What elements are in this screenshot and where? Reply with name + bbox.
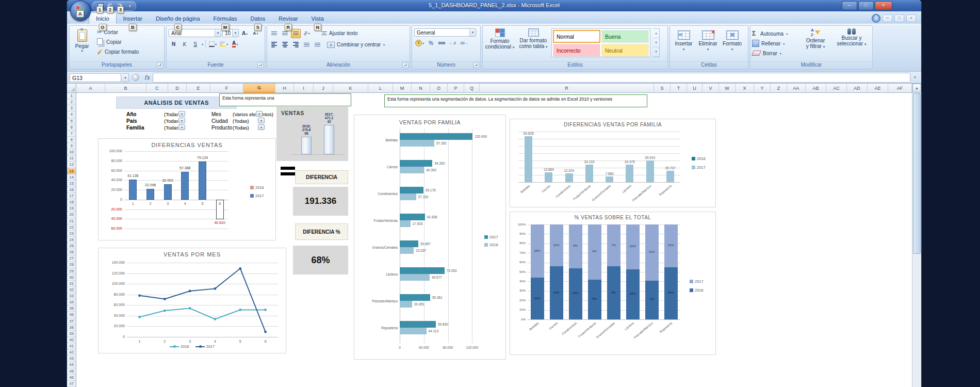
expand-formula-bar-icon[interactable]: ▾ (911, 75, 919, 79)
scroll-up-icon[interactable]: ▲ (912, 84, 921, 92)
row-header-27[interactable]: 27 (67, 255, 76, 262)
row-header-17[interactable]: 17 (67, 193, 76, 199)
row-header-12[interactable]: 12 (67, 162, 76, 168)
cell-style-neutral[interactable]: Neutral (601, 44, 649, 57)
redo-button[interactable]: ↷3 (118, 3, 124, 9)
filter-dropdown-button[interactable]: ▾ (256, 111, 263, 117)
close-button[interactable]: × (875, 1, 892, 10)
decrease-decimals-button[interactable]: .00→ (459, 38, 469, 47)
align-center-button[interactable] (280, 40, 290, 50)
row-header-19[interactable]: 19 (67, 205, 76, 212)
row-header-22[interactable]: 22 (67, 224, 76, 231)
row-header-29[interactable]: 29 (67, 268, 76, 275)
tab-insertar[interactable]: InsertarB (117, 13, 149, 24)
filter-dropdown-button[interactable]: ▾ (178, 111, 185, 117)
gallery-more-icon[interactable]: ▾ (653, 47, 659, 57)
row-header-4[interactable]: 4 (67, 111, 76, 118)
accounting-format-button[interactable]: $▾ (414, 38, 425, 47)
increase-decimals-button[interactable]: ←.0 (448, 38, 458, 47)
row-header-39[interactable]: 39 (67, 331, 76, 337)
column-header-D[interactable]: D (168, 84, 187, 93)
column-header-A[interactable]: A (76, 84, 105, 93)
workbook-minimize-button[interactable]: ─ (883, 14, 892, 22)
font-color-button[interactable]: A▾ (230, 39, 240, 49)
column-header-M[interactable]: M (393, 84, 412, 93)
chart-ventas-por-familia[interactable]: VENTAS POR FAMILIA040.00080.000120.00012… (354, 115, 506, 360)
tab-f-rmulas[interactable]: FórmulasM (207, 13, 244, 24)
row-header-33[interactable]: 33 (67, 293, 76, 299)
column-header-AB[interactable]: AB (806, 84, 826, 93)
merge-center-button[interactable]: aCombinar y centrar▾ (325, 40, 386, 50)
find-select-button[interactable]: Buscar y seleccionar ▾ (834, 27, 870, 61)
insert-function-button[interactable]: fx (142, 74, 152, 81)
column-header-K[interactable]: K (333, 84, 368, 93)
row-header-5[interactable]: 5 (67, 118, 76, 124)
conditional-formatting-button[interactable]: Formato condicional ▾ (484, 27, 515, 61)
column-header-AA[interactable]: AA (787, 84, 806, 93)
decrease-indent-button[interactable] (302, 40, 312, 50)
column-header-E[interactable]: E (187, 84, 210, 93)
chevron-down-icon[interactable]: ▾ (469, 29, 476, 36)
column-header-G[interactable]: G (243, 84, 275, 93)
customize-qat-chevron-icon[interactable]: ▾ (129, 4, 131, 8)
paste-button[interactable]: Pegar ▾ (71, 27, 93, 62)
row-header-28[interactable]: 28 (67, 262, 76, 268)
row-header-9[interactable]: 9 (67, 143, 76, 149)
row-header-38[interactable]: 38 (67, 325, 76, 331)
name-box-dropdown-icon[interactable]: ▾ (122, 73, 129, 82)
row-header-37[interactable]: 37 (67, 318, 76, 325)
align-left-button[interactable] (269, 40, 279, 50)
equals-shape[interactable] (281, 166, 295, 176)
format-cells-button[interactable]: Formato▾ (720, 27, 744, 60)
copy-button[interactable]: Copiar (95, 37, 140, 47)
row-header-43[interactable]: 43 (67, 356, 76, 362)
row-header-21[interactable]: 21 (67, 218, 76, 224)
increase-indent-button[interactable] (313, 40, 322, 50)
row-header-14[interactable]: 14 (67, 174, 76, 181)
workbook-restore-button[interactable]: □ (894, 14, 904, 22)
row-header-36[interactable]: 36 (67, 312, 76, 318)
row-header-8[interactable]: 8 (67, 137, 76, 143)
dialog-launcher-icon[interactable] (402, 62, 409, 68)
underline-button[interactable]: S (190, 39, 200, 49)
row-header-41[interactable]: 41 (67, 343, 76, 349)
filter-dropdown-button[interactable]: ▾ (178, 118, 185, 123)
row-header-45[interactable]: 45 (67, 368, 76, 375)
select-all-corner[interactable] (67, 84, 76, 93)
number-format-combo[interactable]: General▾ (414, 28, 476, 37)
insert-cells-button[interactable]: Insertar▾ (672, 27, 696, 60)
row-header-47[interactable]: 47 (67, 381, 76, 387)
chart-diferencias-ventas-por-familia[interactable]: DIFERENCIAS VENTAS POR FAMILIA63.628Bebi… (510, 119, 716, 207)
filter-dropdown-button[interactable]: ▾ (258, 118, 265, 123)
row-header-15[interactable]: 15 (67, 181, 76, 187)
column-header-I[interactable]: I (294, 84, 314, 93)
column-header-N[interactable]: N (412, 84, 430, 93)
row-header-13[interactable]: 13 (67, 168, 76, 174)
row-header-30[interactable]: 30 (67, 275, 76, 281)
row-header-24[interactable]: 24 (67, 237, 76, 243)
tab-datos[interactable]: DatosS (243, 13, 272, 24)
column-header-AC[interactable]: AC (826, 84, 847, 93)
filter-dropdown-button[interactable]: ▾ (258, 124, 265, 130)
column-header-U[interactable]: U (687, 84, 703, 93)
maximize-button[interactable]: □ (858, 1, 874, 10)
italic-button[interactable]: K (179, 39, 189, 49)
row-header-2[interactable]: 2 (67, 99, 76, 105)
column-header-Q[interactable]: Q (464, 84, 480, 93)
column-header-V[interactable]: V (703, 84, 719, 93)
row-header-34[interactable]: 34 (67, 299, 76, 305)
undo-button[interactable]: ↶2 (107, 3, 114, 9)
row-header-11[interactable]: 11 (67, 155, 76, 162)
row-header-1[interactable]: 1 (67, 93, 76, 99)
tab-vista[interactable]: VistaN (305, 13, 331, 24)
title-bar[interactable]: 5_1_DASHBOARD_PANEL_2.xlsx - Microsoft E… (67, 0, 921, 11)
row-header-26[interactable]: 26 (67, 249, 76, 255)
column-header-Z[interactable]: Z (771, 84, 787, 93)
column-header-AE[interactable]: AE (868, 84, 888, 93)
borders-button[interactable]: ▾ (208, 39, 218, 49)
row-header-7[interactable]: 7 (67, 131, 76, 137)
minimize-button[interactable]: ─ (842, 1, 857, 10)
shape-note[interactable]: Esta forma representa una (219, 93, 351, 106)
column-header-Y[interactable]: Y (754, 84, 771, 93)
align-bottom-button[interactable] (291, 29, 301, 38)
